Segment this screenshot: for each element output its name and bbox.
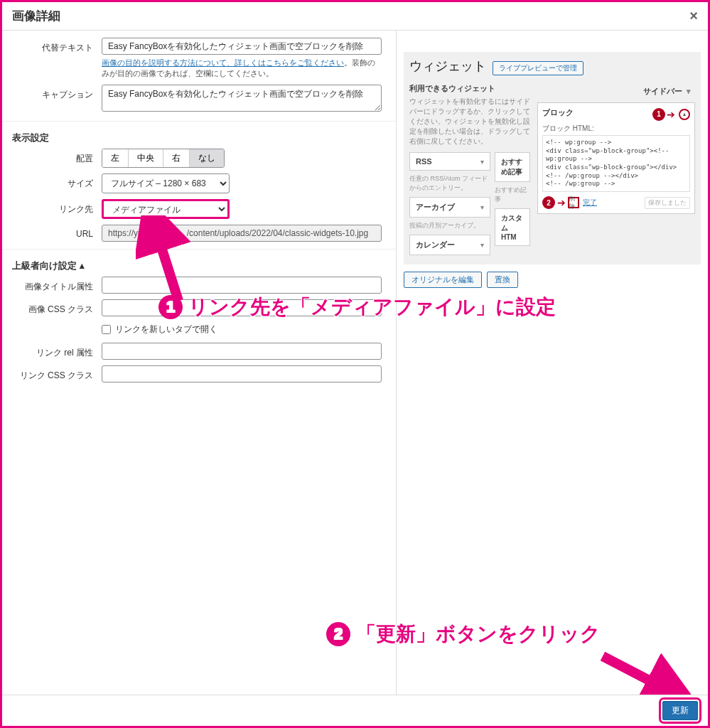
- arrow-right-icon: ➔: [557, 197, 566, 208]
- alt-text-help: 画像の目的を説明する方法について、詳しくはこちらをご覧ください。装飾のみが目的の…: [102, 58, 382, 79]
- done-link[interactable]: 完了: [583, 198, 597, 208]
- link-css-class-label: リンク CSS クラス: [2, 365, 102, 382]
- widget-preview: ウィジェット ライブプレビューで管理 利用できるウィジェット ウィジェットを有効…: [404, 52, 701, 264]
- open-new-tab-checkbox[interactable]: [102, 325, 111, 334]
- display-settings-title: 表示設定: [2, 121, 396, 149]
- caption-textarea[interactable]: Easy FancyBoxを有効化したウィジェット画面で空ブロックを削除: [102, 85, 382, 112]
- alt-text-label: 代替テキスト: [2, 38, 102, 54]
- sidebar-heading[interactable]: サイドバー ▾: [537, 83, 695, 100]
- collapse-ring-icon[interactable]: [679, 109, 690, 120]
- badge-1-icon: 1: [652, 108, 665, 121]
- url-label: URL: [2, 225, 102, 239]
- image-css-class-label: 画像 CSS クラス: [2, 299, 102, 316]
- badge-2-icon: 2: [542, 196, 555, 209]
- live-preview-button[interactable]: ライブプレビューで管理: [493, 61, 583, 75]
- size-label: サイズ: [2, 173, 102, 190]
- link-rel-input[interactable]: [102, 343, 382, 360]
- link-css-class-input[interactable]: [102, 365, 382, 382]
- edit-original-button[interactable]: オリジナルを編集: [404, 272, 482, 288]
- align-button-group: 左 中央 右 なし: [102, 149, 225, 168]
- modal-header: 画像詳細 ×: [2, 2, 708, 31]
- widget-title: ウィジェット: [409, 58, 486, 75]
- block-html-code[interactable]: <!-- wp:group --> <div class="wp-block-g…: [542, 135, 690, 192]
- widget-calendar[interactable]: カレンダー▾: [409, 235, 490, 255]
- close-icon[interactable]: ×: [689, 8, 698, 24]
- image-preview-panel: ウィジェット ライブプレビューで管理 利用できるウィジェット ウィジェットを有効…: [397, 31, 708, 697]
- link-to-select[interactable]: メディアファイル: [102, 199, 230, 219]
- image-details-modal: 画像詳細 × 代替テキスト 画像の目的を説明する方法について、詳しくはこちらをご…: [0, 0, 710, 728]
- modal-title: 画像詳細: [12, 8, 60, 24]
- modal-footer: 更新: [2, 695, 708, 726]
- delete-box-icon[interactable]: 削除: [568, 197, 579, 208]
- advanced-settings-title[interactable]: 上級者向け設定 ▴: [2, 249, 396, 277]
- image-title-attr-label: 画像タイトル属性: [2, 277, 102, 293]
- align-center-button[interactable]: 中央: [129, 149, 163, 167]
- widget-hint: ウィジェットを有効化するにはサイドバーにドラッグするか、クリックしてください。ウ…: [409, 97, 530, 146]
- align-right-button[interactable]: 右: [163, 149, 190, 167]
- image-css-class-input[interactable]: [102, 299, 382, 316]
- open-new-tab-label: リンクを新しいタブで開く: [115, 323, 217, 336]
- widget-rss[interactable]: RSS▾: [409, 152, 490, 171]
- image-title-attr-input[interactable]: [102, 277, 382, 294]
- size-select[interactable]: フルサイズ – 1280 × 683: [102, 173, 230, 193]
- block-panel: ブロック 1 ➔ ブロック HTML: <!-- wp:group --> <d…: [537, 102, 695, 214]
- link-to-label: リンク先: [2, 199, 102, 215]
- widget-custom-html[interactable]: カスタム HTM: [495, 208, 530, 246]
- link-rel-label: リンク rel 属性: [2, 343, 102, 359]
- widget-archive[interactable]: アーカイブ▾: [409, 197, 490, 218]
- align-left-button[interactable]: 左: [102, 149, 129, 167]
- available-widgets-title: 利用できるウィジェット: [409, 83, 530, 94]
- settings-panel: 代替テキスト 画像の目的を説明する方法について、詳しくはこちらをご覧ください。装…: [2, 31, 397, 697]
- arrow-right-icon: ➔: [667, 109, 675, 120]
- url-input: [102, 225, 382, 242]
- replace-button[interactable]: 置換: [487, 272, 518, 288]
- widget-recommended[interactable]: おすすめ記事: [495, 152, 530, 182]
- alt-text-help-link[interactable]: 画像の目的を説明する方法について、詳しくはこちらをご覧ください: [102, 58, 344, 67]
- update-button[interactable]: 更新: [662, 701, 698, 720]
- caption-label: キャプション: [2, 85, 102, 101]
- align-label: 配置: [2, 149, 102, 165]
- alt-text-input[interactable]: [102, 38, 382, 55]
- saved-note: 保存しました: [645, 197, 690, 209]
- align-none-button[interactable]: なし: [190, 149, 224, 167]
